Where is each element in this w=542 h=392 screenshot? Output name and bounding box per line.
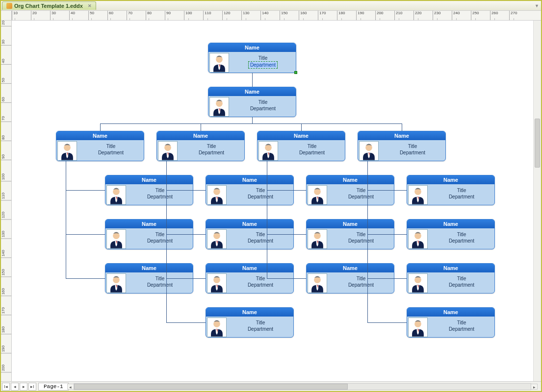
org-card-name: Name <box>56 131 144 140</box>
next-page-button[interactable]: ▸ <box>20 383 27 391</box>
org-card-department: Department <box>179 149 244 156</box>
org-card-name: Name <box>358 131 445 140</box>
org-card-title: Title <box>230 99 296 105</box>
close-tab-icon[interactable]: ✕ <box>88 3 92 8</box>
org-card-name: Name <box>307 264 394 272</box>
org-card-info: TitleDepartment <box>127 272 193 294</box>
connector-line <box>66 190 105 191</box>
horizontal-ruler: 1020304050607080901001101201301401501601… <box>12 11 541 21</box>
tab-dropdown-icon[interactable]: ▼ <box>535 3 539 8</box>
avatar-icon <box>106 185 126 205</box>
org-card[interactable]: NameTitleDepartment <box>407 263 495 294</box>
connector-line <box>252 73 253 87</box>
org-card-department: Department <box>279 149 345 156</box>
org-card-department: Department <box>78 149 144 156</box>
org-card[interactable]: NameTitleDepartment <box>206 307 294 338</box>
org-card-department: Department <box>328 194 394 200</box>
connector-line <box>100 123 101 131</box>
connector-line <box>367 234 407 235</box>
org-card-info: TitleDepartment <box>429 184 494 205</box>
avatar-icon <box>207 273 227 293</box>
connector-line <box>166 161 167 322</box>
vertical-scrollbar[interactable] <box>533 21 541 381</box>
org-card[interactable]: NameTitleDepartment <box>407 307 495 338</box>
org-card-info: TitleDepartment <box>429 228 494 249</box>
org-card[interactable]: NameTitleDepartment <box>407 175 495 205</box>
org-card-department: Department <box>127 282 193 288</box>
org-card-department[interactable]: Department <box>248 61 278 69</box>
document-tab-bar: Org Chart Template 1.eddx ✕ ▼ <box>1 1 541 11</box>
drawing-canvas[interactable]: NameTitleDepartmentNameTitleDepartmentNa… <box>12 21 541 381</box>
page-tab[interactable]: Page-1 <box>38 383 69 391</box>
selection-handle[interactable] <box>294 71 297 74</box>
org-card-department: Department <box>380 149 445 156</box>
connector-line <box>367 278 407 279</box>
org-card-info: TitleDepartment <box>230 52 296 73</box>
org-card[interactable]: NameTitleDepartment <box>208 87 296 117</box>
connector-line <box>66 234 105 235</box>
org-card-name: Name <box>206 175 293 184</box>
connector-line <box>367 161 368 322</box>
scroll-right-button[interactable]: ▸ <box>531 384 538 390</box>
org-card-title: Title <box>429 231 494 238</box>
org-card-name: Name <box>407 308 494 317</box>
org-card-department: Department <box>228 282 293 288</box>
last-page-button[interactable]: ▸I <box>28 383 36 391</box>
horizontal-scrollbar[interactable]: ◂ ▸ <box>74 383 531 390</box>
avatar-icon <box>359 141 379 161</box>
document-tab[interactable]: Org Chart Template 1.eddx ✕ <box>2 1 96 10</box>
document-icon <box>6 3 12 9</box>
avatar-icon <box>207 185 227 205</box>
org-card-title: Title <box>78 143 144 149</box>
org-card[interactable]: NameTitleDepartment <box>208 43 296 73</box>
org-card[interactable]: NameTitleDepartment <box>156 131 245 161</box>
avatar-icon <box>106 273 126 293</box>
org-card-info: TitleDepartment <box>228 184 293 205</box>
org-card-department: Department <box>429 238 494 244</box>
avatar-icon <box>258 141 278 161</box>
org-card-title: Title <box>429 319 494 326</box>
org-card-info: TitleDepartment <box>228 317 293 338</box>
org-card-info: TitleDepartment <box>127 184 193 205</box>
org-card[interactable]: NameTitleDepartment <box>358 131 446 161</box>
scroll-left-button[interactable]: ◂ <box>67 384 74 390</box>
org-card-info: TitleDepartment <box>230 96 296 117</box>
org-card-department: Department <box>429 282 494 288</box>
connector-line <box>301 123 302 131</box>
prev-page-button[interactable]: ◂ <box>11 383 19 391</box>
avatar-icon <box>207 318 227 337</box>
connector-line <box>201 123 201 131</box>
org-card-info: TitleDepartment <box>429 317 494 338</box>
org-card-info: TitleDepartment <box>127 228 193 249</box>
org-card-name: Name <box>407 264 494 272</box>
vertical-scrollbar-thumb[interactable] <box>535 119 540 168</box>
org-card-name: Name <box>258 131 345 140</box>
ruler-corner <box>1 11 12 21</box>
connector-line <box>267 234 306 235</box>
org-card[interactable]: NameTitleDepartment <box>56 131 144 161</box>
org-card[interactable]: NameTitleDepartment <box>407 219 495 249</box>
org-card-title: Title <box>230 55 296 61</box>
horizontal-scrollbar-thumb[interactable] <box>74 384 348 390</box>
org-card[interactable]: NameTitleDepartment <box>257 131 345 161</box>
document-tab-title: Org Chart Template 1.eddx <box>14 3 83 9</box>
connector-line <box>267 278 306 279</box>
org-card-info: TitleDepartment <box>328 228 394 249</box>
first-page-button[interactable]: I◂ <box>2 383 10 391</box>
avatar-icon <box>57 141 77 161</box>
org-card-name: Name <box>208 87 296 96</box>
org-card-title: Title <box>429 187 494 194</box>
org-card-department: Department <box>228 326 293 332</box>
org-card-info: TitleDepartment <box>328 184 394 205</box>
org-card-department: Department <box>228 194 293 200</box>
connector-line <box>100 123 402 124</box>
connector-line <box>367 322 407 323</box>
org-card-department: Department <box>127 194 193 200</box>
editor-area: 1020304050607080901001101201301401501601… <box>1 11 541 381</box>
org-card-department: Department <box>429 326 494 332</box>
org-card-name: Name <box>206 264 293 272</box>
org-card-name: Name <box>105 175 193 184</box>
org-card-title: Title <box>279 143 345 149</box>
org-card-name: Name <box>105 220 193 228</box>
connector-line <box>267 161 267 278</box>
